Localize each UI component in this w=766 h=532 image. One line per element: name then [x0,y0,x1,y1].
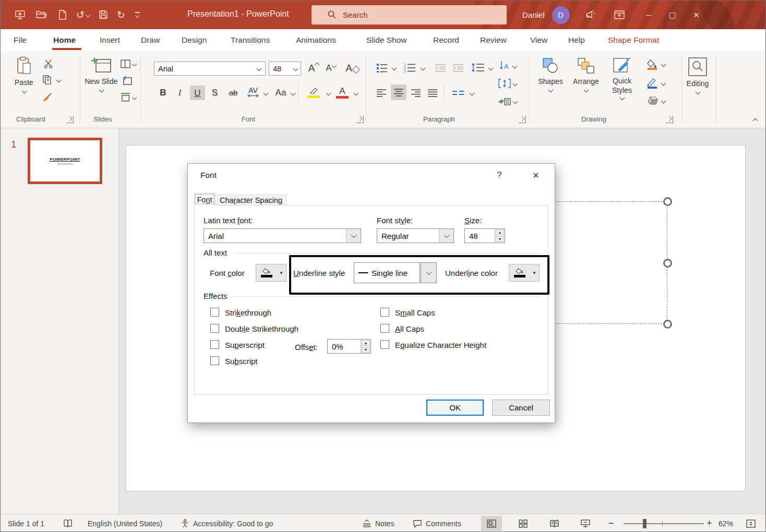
all-caps-checkbox[interactable] [380,324,389,333]
chevron-down-icon[interactable] [56,78,62,83]
undo-button[interactable]: ↺ [76,10,90,20]
open-file-icon[interactable] [33,6,49,23]
shape-fill-button[interactable] [644,57,667,71]
font-family-combobox[interactable]: Arial [154,62,266,76]
increase-indent-button[interactable] [450,61,466,75]
dialog-help-button[interactable]: ? [490,168,508,183]
strikethrough-button[interactable]: ab [225,86,241,100]
tab-slide-show[interactable]: Slide Show [365,29,408,51]
clipboard-dialog-launcher[interactable] [66,116,74,123]
color-dropdown-arrow[interactable]: ▼ [530,271,539,275]
zoom-level[interactable]: 62% [719,514,733,532]
strikethrough-checkbox[interactable] [210,308,219,317]
font-dialog-launcher[interactable] [356,116,364,123]
resize-handle-top-right[interactable] [663,197,672,206]
window-close-button[interactable]: ✕ [685,1,709,29]
small-caps-checkbox[interactable] [380,308,389,317]
columns-button[interactable] [449,86,467,100]
paste-button[interactable]: Paste [11,56,37,93]
slide-show-button[interactable] [575,516,596,531]
resize-handle-bottom-right[interactable] [663,320,672,329]
spin-up-button[interactable]: ▲ [362,340,370,346]
combobox-dropdown-button[interactable] [439,229,453,243]
subscript-checkbox[interactable] [210,356,219,365]
shape-effects-button[interactable] [644,94,667,107]
underline-style-combobox[interactable]: Single line [354,262,420,283]
numbering-button[interactable]: 123 [401,61,418,75]
latin-font-combobox[interactable]: Arial [204,228,361,243]
ribbon-display-options-icon[interactable] [612,6,627,24]
align-right-button[interactable] [409,86,423,100]
underline-color-picker-button[interactable]: ▼ [509,264,540,282]
resize-handle-middle-right[interactable] [663,259,672,268]
tab-help[interactable]: Help [567,29,586,51]
font-size-combobox[interactable]: 48 [269,62,301,76]
maximize-button[interactable]: ▢ [661,1,685,29]
clear-formatting-button[interactable]: A [344,61,361,75]
language-indicator[interactable]: English (United States) [88,514,162,532]
underline-style-dropdown-button[interactable] [421,262,437,283]
tab-file[interactable]: File [13,29,28,51]
chevron-down-icon[interactable] [326,91,331,96]
comments-button[interactable]: Comments [413,514,461,532]
dialog-close-button[interactable]: ✕ [527,168,545,183]
cut-button[interactable] [41,57,55,70]
character-spacing-button[interactable]: AV [244,83,262,100]
dialog-tab-font[interactable]: Font [194,193,215,205]
drawing-dialog-launcher[interactable] [666,116,673,123]
accessibility-status[interactable]: Accessibility: Good to go [181,514,273,532]
tab-shape-format[interactable]: Shape Format [607,29,660,51]
tab-insert[interactable]: Insert [99,29,121,51]
text-shadow-button[interactable]: S [208,86,221,100]
font-style-combobox[interactable]: Regular [377,228,454,243]
shapes-button[interactable]: Shapes [536,57,565,92]
change-case-button[interactable]: Aa [272,86,289,100]
new-file-icon[interactable] [55,6,70,23]
tab-design[interactable]: Design [181,29,208,51]
convert-to-smartart-button[interactable] [496,94,519,108]
reading-view-button[interactable] [544,516,565,531]
chevron-down-icon[interactable] [488,66,494,71]
text-highlight-color-button[interactable] [304,83,324,101]
color-dropdown-arrow[interactable]: ▼ [277,271,286,275]
user-name[interactable]: Daniel [522,10,545,19]
ok-button[interactable]: OK [426,400,484,416]
equalize-character-height-checkbox[interactable] [380,340,389,349]
arrange-button[interactable]: Arrange [570,57,602,92]
spin-up-button[interactable]: ▲ [496,229,504,235]
new-slide-button[interactable]: New Slide [84,56,118,92]
decrease-indent-button[interactable] [433,61,448,75]
normal-view-button[interactable] [481,516,502,531]
chevron-down-icon[interactable] [392,66,397,71]
font-color-button[interactable]: A [333,83,351,101]
tab-draw[interactable]: Draw [140,29,161,51]
fit-to-window-button[interactable] [741,516,760,531]
search-input[interactable]: Search [312,5,507,25]
chevron-down-icon[interactable] [470,91,475,96]
increase-font-size-button[interactable]: A [306,61,321,75]
spin-down-button[interactable]: ▼ [362,347,370,353]
spell-check-icon[interactable] [63,514,73,532]
start-slideshow-icon[interactable] [12,6,28,23]
chevron-down-icon[interactable] [354,91,359,96]
font-color-picker-button[interactable]: ▼ [256,264,286,282]
chevron-down-icon[interactable] [85,12,90,17]
offset-spinner[interactable]: 0% ▲ ▼ [327,339,371,354]
feedback-megaphone-icon[interactable] [582,6,598,24]
format-painter-button[interactable] [40,90,54,103]
tab-record[interactable]: Record [432,29,460,51]
chevron-down-icon[interactable] [291,91,296,96]
copy-button[interactable] [40,73,54,87]
bold-button[interactable]: B [157,86,170,100]
customize-qat-icon[interactable] [135,12,140,17]
superscript-checkbox[interactable] [210,340,219,349]
slide-sorter-view-button[interactable] [512,516,533,531]
zoom-slider-track[interactable] [624,523,704,524]
zoom-out-button[interactable]: − [608,514,614,532]
align-left-button[interactable] [374,86,389,100]
editing-button[interactable]: Editing [684,57,711,94]
align-center-button[interactable] [391,84,406,100]
notes-button[interactable]: Notes [362,514,394,532]
bullets-button[interactable] [374,61,390,75]
italic-button[interactable]: I [173,86,186,100]
